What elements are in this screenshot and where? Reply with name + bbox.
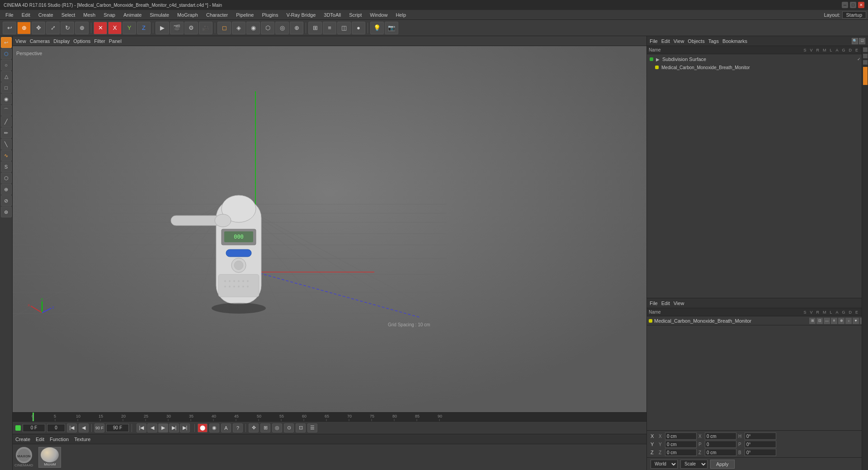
coord-y-scale[interactable] bbox=[745, 441, 776, 448]
maximize-button[interactable]: □ bbox=[850, 2, 856, 8]
obj-menu-edit[interactable]: Edit bbox=[661, 38, 670, 44]
model-mode[interactable]: ◻ bbox=[217, 22, 231, 34]
frame-end-input[interactable] bbox=[106, 424, 129, 432]
obj-item-subdivision[interactable]: ▶ Subdivision Surface ✓ ✓ bbox=[648, 55, 867, 63]
light-btn[interactable]: 💡 bbox=[370, 22, 384, 34]
obj-checkmark-1[interactable]: ✓ bbox=[857, 57, 861, 61]
obj-item-monitor[interactable]: Medical_Carbon_Monoxide_Breath_Monitor bbox=[648, 63, 867, 71]
obj-menu-file[interactable]: File bbox=[650, 38, 658, 44]
vp-menu-display[interactable]: Display bbox=[53, 38, 70, 44]
obj-icon-search[interactable]: 🔍 bbox=[852, 38, 858, 44]
render-view[interactable]: ▶ bbox=[156, 22, 169, 34]
menu-edit[interactable]: Edit bbox=[18, 11, 34, 19]
tool-torus[interactable]: ◉ bbox=[1, 94, 12, 104]
coord-y-pos[interactable] bbox=[665, 441, 697, 448]
render-settings[interactable]: 🎬 bbox=[170, 22, 184, 34]
question-mark[interactable]: ? bbox=[233, 423, 243, 432]
material-item-microm[interactable]: MicroM bbox=[38, 447, 61, 468]
coord-z-scale[interactable] bbox=[745, 449, 776, 456]
menu-create[interactable]: Create bbox=[35, 11, 57, 19]
menu-plugins[interactable]: Plugins bbox=[258, 11, 282, 19]
obj-expand-icon[interactable]: ▶ bbox=[656, 57, 660, 62]
xray-btn[interactable]: ◫ bbox=[337, 22, 351, 34]
attr-menu-view[interactable]: View bbox=[674, 301, 684, 306]
scale-dropdown[interactable]: Scale bbox=[680, 460, 708, 469]
key-scale-btn[interactable]: ⊞ bbox=[260, 423, 270, 432]
coord-z-pos[interactable] bbox=[665, 449, 697, 456]
transform-tool[interactable]: ⊕ bbox=[75, 22, 89, 34]
tool-undo[interactable]: ↩ bbox=[1, 37, 12, 48]
tool-spline[interactable]: ⌒ bbox=[1, 105, 12, 116]
side-tab-orange[interactable] bbox=[863, 67, 868, 85]
poly-mode[interactable]: ◉ bbox=[246, 22, 260, 34]
key-settings[interactable]: ⊡ bbox=[296, 423, 306, 432]
snap-settings[interactable]: ⊕ bbox=[290, 22, 303, 34]
attr-icon-2[interactable]: ⊡ bbox=[816, 318, 823, 324]
rotate-tool[interactable]: ↻ bbox=[61, 22, 74, 34]
menu-mograph[interactable]: MoGraph bbox=[174, 11, 202, 19]
tool-knife[interactable]: ╲ bbox=[1, 139, 12, 150]
attr-menu-edit[interactable]: Edit bbox=[661, 301, 670, 306]
side-tab-1[interactable] bbox=[863, 47, 868, 52]
live-selection[interactable]: ⊕ bbox=[17, 22, 31, 34]
menu-pipeline[interactable]: Pipeline bbox=[232, 11, 257, 19]
tool-move[interactable]: ⬡ bbox=[1, 48, 12, 59]
point-mode[interactable]: ⬡ bbox=[261, 22, 274, 34]
add-keyframe[interactable]: ⬤ bbox=[198, 423, 208, 432]
tool-hex[interactable]: ⬡ bbox=[1, 173, 12, 183]
coord-x-pos[interactable] bbox=[665, 432, 697, 440]
tool-extrude[interactable]: ⊛ bbox=[1, 207, 12, 217]
vp-menu-filter[interactable]: Filter bbox=[94, 38, 105, 44]
close-button[interactable]: ✕ bbox=[858, 2, 864, 8]
attr-icon-4[interactable]: ≡ bbox=[831, 318, 837, 324]
layout-selector[interactable]: Layout: Startup bbox=[824, 11, 866, 19]
solo-btn[interactable]: ● bbox=[352, 22, 365, 34]
goto-start[interactable]: |◀ bbox=[137, 423, 146, 432]
obj-menu-view[interactable]: View bbox=[674, 38, 684, 44]
menu-script[interactable]: Script bbox=[345, 11, 365, 19]
vp-menu-view[interactable]: View bbox=[15, 38, 26, 44]
tool-weld[interactable]: ⊕ bbox=[1, 184, 12, 195]
menu-window[interactable]: Window bbox=[366, 11, 391, 19]
del-keyframe[interactable]: ◉ bbox=[209, 423, 219, 432]
y-axis[interactable]: Y bbox=[123, 22, 136, 34]
viewport[interactable]: View Cameras Display Options Filter Pane… bbox=[13, 36, 646, 412]
menu-3dtoall[interactable]: 3DToAll bbox=[320, 11, 344, 19]
coord-z-rot[interactable] bbox=[705, 449, 736, 456]
tool-magnet[interactable]: ∿ bbox=[1, 150, 12, 161]
tool-smooth[interactable]: S bbox=[1, 161, 12, 172]
interactive-render[interactable]: ⚙ bbox=[184, 22, 198, 34]
menu-help[interactable]: Help bbox=[392, 11, 410, 19]
tool-polygon[interactable]: △ bbox=[1, 71, 12, 82]
frame-input[interactable] bbox=[47, 424, 65, 432]
tool-bridge[interactable]: ⊘ bbox=[1, 195, 12, 206]
play-back[interactable]: ◀ bbox=[147, 423, 157, 432]
vp-menu-cameras[interactable]: Cameras bbox=[30, 38, 50, 44]
obj-menu-bookmarks[interactable]: Bookmarks bbox=[722, 38, 747, 44]
texture-mode[interactable]: ◎ bbox=[275, 22, 289, 34]
vp-menu-options[interactable]: Options bbox=[73, 38, 90, 44]
no-axis[interactable]: ✕ bbox=[94, 22, 107, 34]
grid-btn[interactable]: ≡ bbox=[323, 22, 336, 34]
attr-icon-6[interactable]: ⬦ bbox=[845, 318, 852, 324]
coord-y-rot[interactable] bbox=[705, 441, 736, 448]
goto-end[interactable]: ▶| bbox=[180, 423, 190, 432]
undo-button[interactable]: ↩ bbox=[3, 22, 16, 34]
coord-x-rot[interactable] bbox=[705, 432, 736, 440]
obj-icon-filter[interactable]: ☑ bbox=[859, 38, 865, 44]
menu-mesh[interactable]: Mesh bbox=[80, 11, 99, 19]
key-move[interactable]: ✥ bbox=[249, 423, 259, 432]
tool-pen[interactable]: ✏ bbox=[1, 127, 12, 138]
menu-select[interactable]: Select bbox=[58, 11, 79, 19]
mat-function[interactable]: Function bbox=[50, 437, 69, 442]
attr-menu-file[interactable]: File bbox=[650, 301, 658, 306]
menu-animate[interactable]: Animate bbox=[120, 11, 145, 19]
attr-icon-7[interactable]: ♥ bbox=[853, 318, 859, 324]
side-tab-3[interactable] bbox=[863, 60, 868, 65]
auto-keyframe[interactable]: A bbox=[221, 423, 231, 432]
frame-end[interactable]: 90 F bbox=[94, 423, 104, 432]
side-tab-2[interactable] bbox=[863, 54, 868, 58]
menu-snap[interactable]: Snap bbox=[100, 11, 119, 19]
attr-icon-3[interactable]: — bbox=[824, 318, 830, 324]
tool-circle[interactable]: ○ bbox=[1, 60, 12, 70]
